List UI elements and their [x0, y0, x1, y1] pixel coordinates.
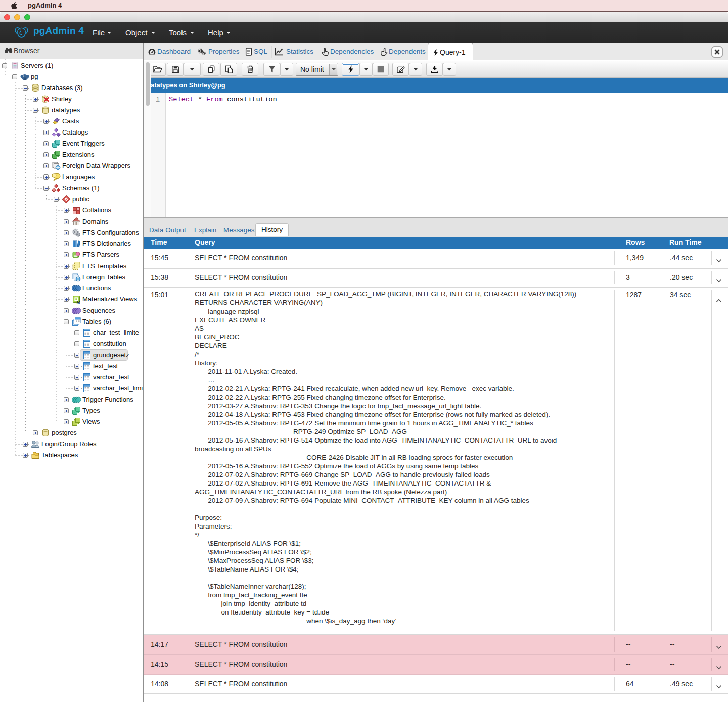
svg-text:M: M	[77, 300, 80, 304]
